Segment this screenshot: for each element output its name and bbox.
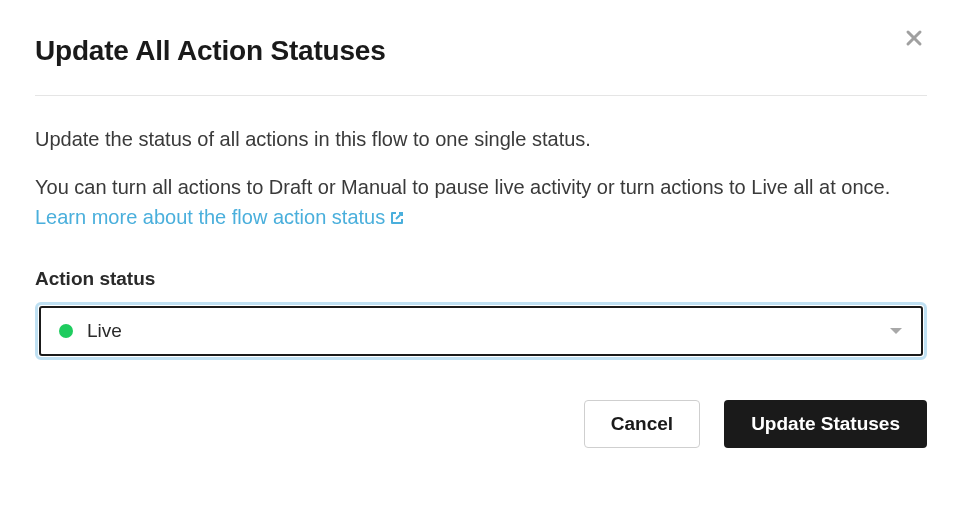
action-status-field: Action status Live [35, 268, 927, 360]
modal-description: Update the status of all actions in this… [35, 124, 927, 234]
update-statuses-modal: Update All Action Statuses Update the st… [0, 0, 962, 478]
modal-title: Update All Action Statuses [35, 35, 386, 67]
description-line-1: Update the status of all actions in this… [35, 124, 927, 154]
learn-more-label: Learn more about the flow action status [35, 206, 385, 228]
close-icon [905, 29, 923, 47]
select-value: Live [87, 320, 889, 342]
close-button[interactable] [901, 29, 927, 51]
update-statuses-button[interactable]: Update Statuses [724, 400, 927, 448]
select-focus-ring: Live [35, 302, 927, 360]
learn-more-link[interactable]: Learn more about the flow action status [35, 206, 405, 228]
divider [35, 95, 927, 96]
description-text: You can turn all actions to Draft or Man… [35, 176, 890, 198]
status-dot-icon [59, 324, 73, 338]
cancel-button[interactable]: Cancel [584, 400, 700, 448]
external-link-icon [389, 204, 405, 234]
action-status-select[interactable]: Live [39, 306, 923, 356]
field-label: Action status [35, 268, 927, 290]
chevron-down-icon [889, 322, 903, 340]
description-line-2: You can turn all actions to Draft or Man… [35, 172, 927, 234]
modal-header: Update All Action Statuses [35, 35, 927, 67]
modal-footer: Cancel Update Statuses [35, 400, 927, 448]
